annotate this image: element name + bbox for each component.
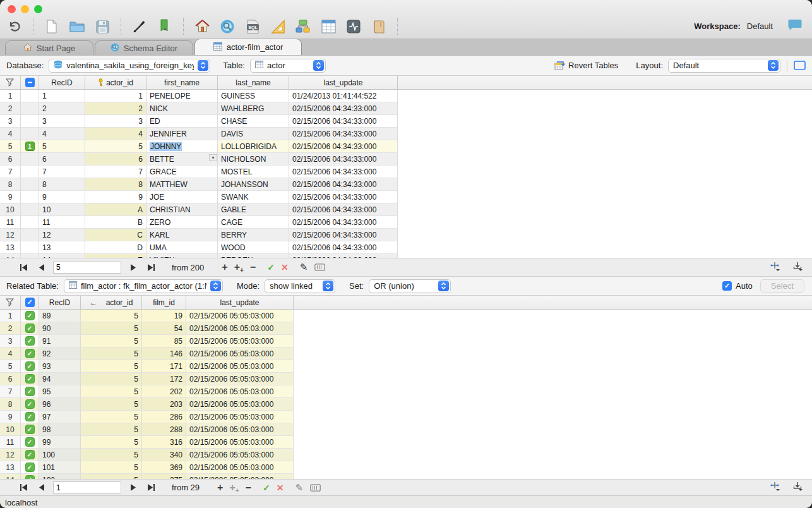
table-row[interactable]: 333EDCHASE02/15/2006 04:34:33:000 xyxy=(0,115,812,128)
row-select-cell[interactable]: ✓ xyxy=(21,310,39,322)
open-folder-icon[interactable] xyxy=(69,18,85,35)
cancel-changes-button[interactable]: ✕ xyxy=(281,262,289,272)
cell-actor-id[interactable]: 5 xyxy=(81,322,142,335)
bookmark-icon[interactable] xyxy=(157,18,173,35)
last-record-button[interactable] xyxy=(145,262,157,273)
cell-recid[interactable]: 102 xyxy=(39,474,81,479)
cell-actor-id[interactable]: 5 xyxy=(81,360,142,373)
accept-changes-button[interactable]: ✓ xyxy=(267,262,275,272)
table-row[interactable]: 2✓9055402/15/2006 05:05:03:000 xyxy=(0,322,812,335)
table-row[interactable]: 666BETTENICHOLSON02/15/2006 04:34:33:000 xyxy=(0,153,812,166)
row-select-cell[interactable]: ✓ xyxy=(21,360,39,373)
column-header-recid[interactable]: RecID xyxy=(39,76,85,89)
cell-recid[interactable]: 3 xyxy=(39,115,85,128)
row-checkbox-checked-icon[interactable]: ✓ xyxy=(25,324,35,333)
table-row[interactable]: 999JOESWANK02/15/2006 04:34:33:000 xyxy=(0,191,812,203)
last-record-button[interactable] xyxy=(145,482,157,493)
cell-editor-dropdown-icon[interactable]: ▼ xyxy=(209,154,217,161)
add-record-copy-button[interactable]: ++ xyxy=(234,262,244,273)
set-select[interactable]: OR (union) xyxy=(369,279,451,293)
cell-first-name[interactable]: KARL xyxy=(146,229,218,241)
cell-actor-id[interactable]: 2 xyxy=(85,102,146,115)
cell-last-update[interactable]: 02/15/2006 05:05:03:000 xyxy=(186,423,294,436)
row-select-cell[interactable] xyxy=(21,241,39,254)
row-number[interactable]: 7 xyxy=(0,385,21,398)
cell-film-id[interactable]: 288 xyxy=(142,423,186,436)
first-record-button[interactable] xyxy=(18,482,29,493)
cell-last-name[interactable]: MOSTEL xyxy=(218,166,289,178)
cell-last-update[interactable]: 02/15/2006 04:34:33:000 xyxy=(289,166,398,178)
cell-actor-id[interactable]: 5 xyxy=(81,449,142,461)
new-document-icon[interactable] xyxy=(44,18,60,35)
cell-first-name[interactable]: MATTHEW xyxy=(146,178,218,191)
row-select-cell[interactable]: ✓ xyxy=(21,423,39,436)
cell-recid[interactable]: 13 xyxy=(39,241,85,254)
cell-actor-id[interactable]: 7 xyxy=(85,166,146,178)
row-checkbox-checked-icon[interactable]: ✓ xyxy=(25,463,35,472)
cell-recid[interactable]: 6 xyxy=(39,153,85,166)
cell-last-name[interactable]: WOOD xyxy=(218,241,289,254)
column-header-actor-id[interactable]: actor_id xyxy=(85,76,146,89)
row-checkbox-checked-icon[interactable]: ✓ xyxy=(25,450,35,459)
ruler-icon[interactable] xyxy=(270,18,286,35)
cell-recid[interactable]: 96 xyxy=(39,398,81,411)
cell-last-name[interactable]: GABLE xyxy=(218,203,289,216)
server-admin-icon[interactable] xyxy=(345,18,362,35)
cell-first-name[interactable]: PENELOPE xyxy=(146,90,218,102)
cell-last-update[interactable]: 02/15/2006 04:34:33:000 xyxy=(289,115,398,128)
filter-icon[interactable] xyxy=(0,296,21,309)
cell-actor-id[interactable]: 5 xyxy=(81,385,142,398)
table-row[interactable]: 444JENNIFERDAVIS02/15/2006 04:34:33:000 xyxy=(0,128,812,140)
cell-last-name[interactable]: CHASE xyxy=(218,115,289,128)
cell-recid[interactable]: 92 xyxy=(39,348,81,360)
cell-last-update[interactable]: 02/15/2006 04:34:33:000 xyxy=(289,153,398,166)
cell-last-update[interactable]: 02/15/2006 04:34:33:000 xyxy=(289,191,398,203)
row-number[interactable]: 4 xyxy=(0,348,21,360)
table-row[interactable]: 5155JOHNNYLOLLOBRIGIDA02/15/2006 04:34:3… xyxy=(0,140,812,153)
row-select-cell[interactable] xyxy=(21,191,39,203)
cell-actor-id[interactable]: B xyxy=(85,216,146,229)
row-number[interactable]: 4 xyxy=(0,128,21,140)
cell-last-update[interactable]: 02/15/2006 05:05:03:000 xyxy=(186,310,294,322)
cell-film-id[interactable]: 203 xyxy=(142,398,186,411)
row-select-cell[interactable] xyxy=(21,90,39,102)
column-header-film-id[interactable]: film_id xyxy=(142,296,186,309)
cell-last-update[interactable]: 01/24/2013 01:41:44:522 xyxy=(289,90,398,102)
row-number[interactable]: 1 xyxy=(0,90,21,102)
cell-actor-id[interactable]: 1 xyxy=(85,90,146,102)
row-number[interactable]: 11 xyxy=(0,216,21,229)
row-number[interactable]: 8 xyxy=(0,178,21,191)
cell-recid[interactable]: 100 xyxy=(39,449,81,461)
table-row[interactable]: 7✓95520202/15/2006 05:05:03:000 xyxy=(0,385,812,398)
table-row[interactable]: 13✓101536902/15/2006 05:05:03:000 xyxy=(0,461,812,474)
edit-record-button[interactable]: ✎ xyxy=(295,482,303,493)
row-number[interactable]: 12 xyxy=(0,449,21,461)
cell-first-name[interactable]: JOHNNY xyxy=(146,140,218,153)
cell-recid[interactable]: 10 xyxy=(39,203,85,216)
row-checkbox-checked-icon[interactable]: ✓ xyxy=(25,336,35,346)
row-number[interactable]: 9 xyxy=(0,411,21,423)
record-form-view-icon[interactable] xyxy=(314,262,325,273)
cell-actor-id[interactable]: 5 xyxy=(85,140,146,153)
cell-last-update[interactable]: 02/15/2006 04:34:33:000 xyxy=(289,203,398,216)
cell-last-name[interactable]: WAHLBERG xyxy=(218,102,289,115)
row-select-cell[interactable]: ✓ xyxy=(21,436,39,449)
cell-last-name[interactable]: GUINESS xyxy=(218,90,289,102)
cell-recid[interactable]: 94 xyxy=(39,373,81,385)
delete-record-button[interactable]: − xyxy=(250,262,256,273)
diagram-icon[interactable] xyxy=(295,18,311,35)
row-checkbox-checked-icon[interactable]: ✓ xyxy=(25,437,35,447)
tab-start-page[interactable]: Start Page xyxy=(5,40,93,55)
row-number[interactable]: 2 xyxy=(0,322,21,335)
row-select-cell[interactable]: ✓ xyxy=(21,322,39,335)
cell-actor-id[interactable]: 5 xyxy=(81,373,142,385)
table-row[interactable]: 1✓8951902/15/2006 05:05:03:000 xyxy=(0,310,812,322)
table-row[interactable]: 222NICKWAHLBERG02/15/2006 04:34:33:000 xyxy=(0,102,812,115)
cell-last-update[interactable]: 02/15/2006 05:05:03:000 xyxy=(186,385,294,398)
cell-first-name[interactable]: JOE xyxy=(146,191,218,203)
cell-last-name[interactable]: SWANK xyxy=(218,191,289,203)
row-number[interactable]: 6 xyxy=(0,153,21,166)
table-row[interactable]: 111PENELOPEGUINESS01/24/2013 01:41:44:52… xyxy=(0,90,812,102)
next-record-button[interactable] xyxy=(128,262,139,273)
cell-recid[interactable]: 89 xyxy=(39,310,81,322)
